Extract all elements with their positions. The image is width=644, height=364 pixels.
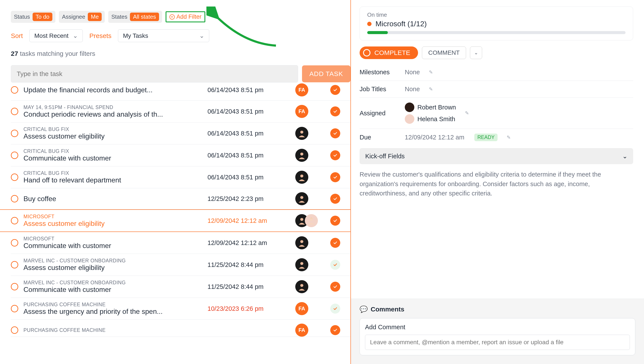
pencil-icon[interactable]: ✎ [429,86,433,92]
task-row[interactable]: Update the financial records and budget.… [11,84,350,100]
project-name: Microsoft (1/12) [375,20,427,28]
assignee-name: Robert Brown [417,104,456,111]
task-row[interactable]: MICROSOFT Communicate with customer 12/0… [11,232,350,254]
filter-status[interactable]: Status To do [11,11,56,23]
task-main: Buy coffee [24,195,202,203]
svg-point-8 [300,284,303,287]
task-date: 11/25/2042 8:44 pm [208,283,290,290]
complete-button[interactable]: COMPLETE [360,46,418,59]
check-circle-icon[interactable] [330,325,340,335]
milestones-value: None [405,69,420,76]
task-row[interactable]: MARVEL INC - CUSTOMER ONBOARDING Assess … [11,254,350,276]
filter-assignee[interactable]: Assignee Me [59,11,105,23]
avatar-icon [295,171,308,184]
task-title: Buy coffee [24,195,176,203]
task-row[interactable]: MARVEL INC - CUSTOMER ONBOARDING Communi… [11,276,350,298]
task-complete-circle[interactable] [11,305,18,312]
task-row[interactable]: CRITICAL BUG FIX Communicate with custom… [11,144,350,166]
task-title: Communicate with customer [24,242,176,250]
chat-icon: 💬 [360,305,368,313]
milestones-row: Milestones None ✎ [360,64,633,81]
sort-value: Most Recent [34,32,69,39]
check-col [327,325,344,335]
task-complete-circle[interactable] [11,326,18,334]
assignee-col [295,236,321,249]
avatar-icon [295,236,308,249]
task-main: Update the financial records and budget.… [24,86,202,94]
task-row[interactable]: CRITICAL BUG FIX Assess customer eligibi… [11,122,350,144]
check-circle-icon[interactable] [330,282,340,292]
add-task-button[interactable]: ADD TASK [302,65,350,82]
avatar-icon [295,280,308,293]
task-main: PURCHASING COFFEE MACHINE [24,327,202,333]
task-complete-circle[interactable] [11,86,18,94]
comment-dropdown-button[interactable]: ⌄ [470,46,482,59]
task-complete-circle[interactable] [11,239,18,246]
task-date: 06/14/2043 8:51 pm [208,152,290,159]
sort-label: Sort [11,32,23,40]
task-row[interactable]: PURCHASING COFFEE MACHINE FA [11,320,350,337]
check-col [327,150,344,160]
task-complete-circle[interactable] [11,261,18,268]
avatar-initials: FA [295,84,308,96]
task-date: 06/14/2043 8:51 pm [208,108,290,115]
check-circle-icon[interactable] [330,194,340,204]
comments-panel: 💬 Comments Add Comment [351,299,644,364]
check-circle-icon[interactable] [330,304,340,314]
task-row[interactable]: MAY 14, 9:51PM - FINANCIAL SPEND Conduct… [11,100,350,122]
assignee-col: FA [295,324,321,337]
pencil-icon[interactable]: ✎ [507,135,511,140]
task-date: 11/25/2042 8:44 pm [208,261,290,268]
check-col [327,128,344,138]
task-input[interactable] [11,65,298,82]
avatar-icon [295,258,308,271]
task-complete-circle[interactable] [11,174,18,181]
filter-assignee-value: Me [88,12,102,21]
task-context: MARVEL INC - CUSTOMER ONBOARDING [24,258,202,264]
task-row[interactable]: PURCHASING COFFEE MACHINE Assess the urg… [11,298,350,320]
check-col [327,260,344,270]
task-title: Assess customer eligibility [24,264,176,272]
check-circle-icon[interactable] [330,238,340,248]
kickoff-toggle[interactable]: Kick-off Fields ⌄ [360,148,633,164]
task-count-num: 27 [11,50,18,57]
task-context: MARVEL INC - CUSTOMER ONBOARDING [24,280,202,286]
check-circle-icon[interactable] [330,128,340,138]
assignee-col [295,149,321,162]
task-context: CRITICAL BUG FIX [24,126,202,132]
task-row[interactable]: CRITICAL BUG FIX Hand off to relevant de… [11,166,350,188]
pencil-icon[interactable]: ✎ [465,110,469,116]
task-count-row: 27 tasks matching your filters [11,50,350,57]
task-title: Communicate with customer [24,154,176,162]
svg-point-5 [310,218,313,221]
comment-input[interactable] [365,335,630,350]
check-col [327,194,344,204]
task-row[interactable]: MICROSOFT Assess customer eligibility 12… [0,209,350,232]
comment-button[interactable]: COMMENT [422,46,466,59]
check-circle-icon[interactable] [330,216,340,226]
assignee-col [295,171,321,184]
sort-select[interactable]: Most Recent ⌄ [29,29,83,42]
check-circle-icon[interactable] [330,260,340,270]
task-main: MICROSOFT Assess customer eligibility [24,214,202,228]
task-complete-circle[interactable] [11,283,18,290]
task-complete-circle[interactable] [11,130,18,137]
filter-states[interactable]: States All states [108,11,162,23]
task-main: PURCHASING COFFEE MACHINE Assess the urg… [24,302,202,316]
check-circle-icon[interactable] [330,172,340,182]
assignee-name: Helena Smith [417,116,455,123]
task-row[interactable]: Buy coffee 12/25/2042 2:23 pm [11,188,350,209]
plus-circle-icon: + [170,14,175,20]
check-circle-icon[interactable] [330,150,340,160]
task-complete-circle[interactable] [11,108,18,115]
task-complete-circle[interactable] [11,195,18,202]
task-complete-circle[interactable] [11,217,18,224]
presets-select[interactable]: My Tasks ⌄ [118,29,209,42]
assignee-col: FA [295,84,321,96]
pencil-icon[interactable]: ✎ [429,70,433,75]
check-circle-icon[interactable] [330,106,340,116]
task-complete-circle[interactable] [11,152,18,159]
milestones-label: Milestones [360,69,399,76]
add-filter-button[interactable]: + Add Filter [166,11,206,22]
check-circle-icon[interactable] [330,85,340,95]
